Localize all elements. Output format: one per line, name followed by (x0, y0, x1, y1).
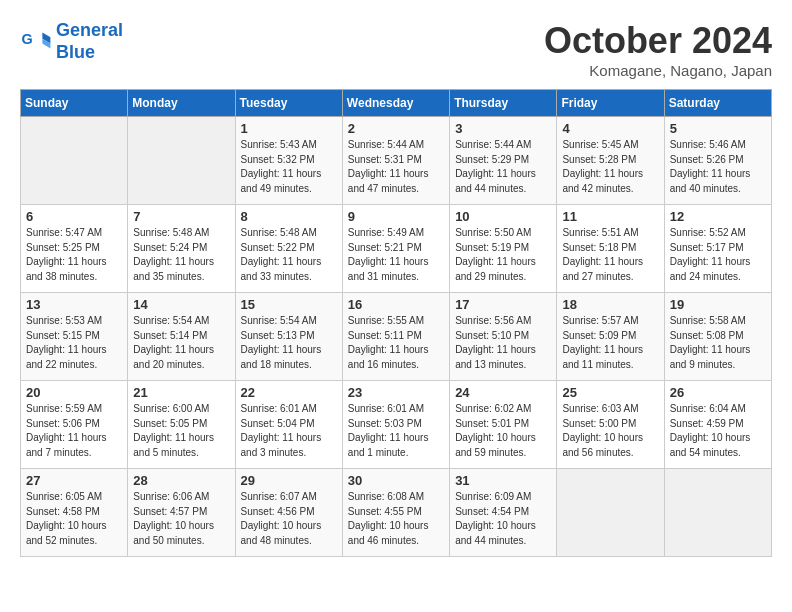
day-content: Sunrise: 6:03 AM Sunset: 5:00 PM Dayligh… (562, 402, 658, 460)
day-number: 23 (348, 385, 444, 400)
calendar-cell: 13Sunrise: 5:53 AM Sunset: 5:15 PM Dayli… (21, 293, 128, 381)
calendar-cell: 9Sunrise: 5:49 AM Sunset: 5:21 PM Daylig… (342, 205, 449, 293)
day-number: 31 (455, 473, 551, 488)
logo-line1: General (56, 20, 123, 40)
day-number: 14 (133, 297, 229, 312)
day-number: 10 (455, 209, 551, 224)
calendar-cell: 4Sunrise: 5:45 AM Sunset: 5:28 PM Daylig… (557, 117, 664, 205)
calendar-cell: 14Sunrise: 5:54 AM Sunset: 5:14 PM Dayli… (128, 293, 235, 381)
column-header-monday: Monday (128, 90, 235, 117)
calendar-cell: 30Sunrise: 6:08 AM Sunset: 4:55 PM Dayli… (342, 469, 449, 557)
day-number: 7 (133, 209, 229, 224)
calendar-cell: 24Sunrise: 6:02 AM Sunset: 5:01 PM Dayli… (450, 381, 557, 469)
calendar-week-4: 20Sunrise: 5:59 AM Sunset: 5:06 PM Dayli… (21, 381, 772, 469)
day-number: 16 (348, 297, 444, 312)
calendar-cell: 27Sunrise: 6:05 AM Sunset: 4:58 PM Dayli… (21, 469, 128, 557)
day-content: Sunrise: 5:49 AM Sunset: 5:21 PM Dayligh… (348, 226, 444, 284)
calendar-header-row: SundayMondayTuesdayWednesdayThursdayFrid… (21, 90, 772, 117)
column-header-saturday: Saturday (664, 90, 771, 117)
calendar-week-5: 27Sunrise: 6:05 AM Sunset: 4:58 PM Dayli… (21, 469, 772, 557)
column-header-thursday: Thursday (450, 90, 557, 117)
month-title: October 2024 (544, 20, 772, 62)
day-number: 1 (241, 121, 337, 136)
column-header-tuesday: Tuesday (235, 90, 342, 117)
calendar-cell (557, 469, 664, 557)
calendar-cell: 28Sunrise: 6:06 AM Sunset: 4:57 PM Dayli… (128, 469, 235, 557)
calendar-cell: 5Sunrise: 5:46 AM Sunset: 5:26 PM Daylig… (664, 117, 771, 205)
day-content: Sunrise: 5:54 AM Sunset: 5:14 PM Dayligh… (133, 314, 229, 372)
day-content: Sunrise: 6:09 AM Sunset: 4:54 PM Dayligh… (455, 490, 551, 548)
day-content: Sunrise: 5:54 AM Sunset: 5:13 PM Dayligh… (241, 314, 337, 372)
day-content: Sunrise: 5:46 AM Sunset: 5:26 PM Dayligh… (670, 138, 766, 196)
calendar-cell: 23Sunrise: 6:01 AM Sunset: 5:03 PM Dayli… (342, 381, 449, 469)
column-header-friday: Friday (557, 90, 664, 117)
calendar-cell: 1Sunrise: 5:43 AM Sunset: 5:32 PM Daylig… (235, 117, 342, 205)
day-number: 15 (241, 297, 337, 312)
day-content: Sunrise: 6:07 AM Sunset: 4:56 PM Dayligh… (241, 490, 337, 548)
page-header: G General Blue October 2024 Komagane, Na… (20, 20, 772, 79)
day-content: Sunrise: 5:59 AM Sunset: 5:06 PM Dayligh… (26, 402, 122, 460)
day-content: Sunrise: 5:47 AM Sunset: 5:25 PM Dayligh… (26, 226, 122, 284)
day-content: Sunrise: 6:01 AM Sunset: 5:03 PM Dayligh… (348, 402, 444, 460)
day-number: 19 (670, 297, 766, 312)
calendar-cell: 10Sunrise: 5:50 AM Sunset: 5:19 PM Dayli… (450, 205, 557, 293)
day-content: Sunrise: 6:08 AM Sunset: 4:55 PM Dayligh… (348, 490, 444, 548)
day-content: Sunrise: 6:00 AM Sunset: 5:05 PM Dayligh… (133, 402, 229, 460)
day-number: 21 (133, 385, 229, 400)
calendar-cell: 18Sunrise: 5:57 AM Sunset: 5:09 PM Dayli… (557, 293, 664, 381)
day-number: 5 (670, 121, 766, 136)
day-content: Sunrise: 5:43 AM Sunset: 5:32 PM Dayligh… (241, 138, 337, 196)
day-number: 4 (562, 121, 658, 136)
calendar-cell: 17Sunrise: 5:56 AM Sunset: 5:10 PM Dayli… (450, 293, 557, 381)
day-content: Sunrise: 5:57 AM Sunset: 5:09 PM Dayligh… (562, 314, 658, 372)
svg-text:G: G (22, 30, 33, 46)
day-number: 8 (241, 209, 337, 224)
calendar-cell: 19Sunrise: 5:58 AM Sunset: 5:08 PM Dayli… (664, 293, 771, 381)
location: Komagane, Nagano, Japan (544, 62, 772, 79)
day-number: 27 (26, 473, 122, 488)
day-number: 6 (26, 209, 122, 224)
calendar-cell: 20Sunrise: 5:59 AM Sunset: 5:06 PM Dayli… (21, 381, 128, 469)
calendar-cell (664, 469, 771, 557)
day-content: Sunrise: 5:48 AM Sunset: 5:24 PM Dayligh… (133, 226, 229, 284)
day-number: 2 (348, 121, 444, 136)
column-header-wednesday: Wednesday (342, 90, 449, 117)
day-number: 11 (562, 209, 658, 224)
calendar-cell: 2Sunrise: 5:44 AM Sunset: 5:31 PM Daylig… (342, 117, 449, 205)
day-number: 24 (455, 385, 551, 400)
calendar-week-1: 1Sunrise: 5:43 AM Sunset: 5:32 PM Daylig… (21, 117, 772, 205)
calendar-cell: 22Sunrise: 6:01 AM Sunset: 5:04 PM Dayli… (235, 381, 342, 469)
calendar-cell: 26Sunrise: 6:04 AM Sunset: 4:59 PM Dayli… (664, 381, 771, 469)
day-content: Sunrise: 5:53 AM Sunset: 5:15 PM Dayligh… (26, 314, 122, 372)
day-content: Sunrise: 5:55 AM Sunset: 5:11 PM Dayligh… (348, 314, 444, 372)
day-content: Sunrise: 5:52 AM Sunset: 5:17 PM Dayligh… (670, 226, 766, 284)
day-number: 20 (26, 385, 122, 400)
day-number: 18 (562, 297, 658, 312)
calendar-cell: 12Sunrise: 5:52 AM Sunset: 5:17 PM Dayli… (664, 205, 771, 293)
day-number: 13 (26, 297, 122, 312)
calendar-cell: 16Sunrise: 5:55 AM Sunset: 5:11 PM Dayli… (342, 293, 449, 381)
day-number: 9 (348, 209, 444, 224)
day-number: 3 (455, 121, 551, 136)
day-content: Sunrise: 5:45 AM Sunset: 5:28 PM Dayligh… (562, 138, 658, 196)
calendar-cell: 11Sunrise: 5:51 AM Sunset: 5:18 PM Dayli… (557, 205, 664, 293)
calendar-cell: 25Sunrise: 6:03 AM Sunset: 5:00 PM Dayli… (557, 381, 664, 469)
day-content: Sunrise: 6:04 AM Sunset: 4:59 PM Dayligh… (670, 402, 766, 460)
calendar-table: SundayMondayTuesdayWednesdayThursdayFrid… (20, 89, 772, 557)
day-content: Sunrise: 6:05 AM Sunset: 4:58 PM Dayligh… (26, 490, 122, 548)
day-content: Sunrise: 5:48 AM Sunset: 5:22 PM Dayligh… (241, 226, 337, 284)
calendar-cell (128, 117, 235, 205)
day-content: Sunrise: 6:01 AM Sunset: 5:04 PM Dayligh… (241, 402, 337, 460)
day-content: Sunrise: 5:56 AM Sunset: 5:10 PM Dayligh… (455, 314, 551, 372)
day-content: Sunrise: 5:58 AM Sunset: 5:08 PM Dayligh… (670, 314, 766, 372)
title-block: October 2024 Komagane, Nagano, Japan (544, 20, 772, 79)
column-header-sunday: Sunday (21, 90, 128, 117)
calendar-week-2: 6Sunrise: 5:47 AM Sunset: 5:25 PM Daylig… (21, 205, 772, 293)
calendar-cell: 7Sunrise: 5:48 AM Sunset: 5:24 PM Daylig… (128, 205, 235, 293)
day-content: Sunrise: 6:02 AM Sunset: 5:01 PM Dayligh… (455, 402, 551, 460)
day-number: 28 (133, 473, 229, 488)
logo-text: General Blue (56, 20, 123, 63)
day-number: 30 (348, 473, 444, 488)
calendar-cell (21, 117, 128, 205)
calendar-cell: 29Sunrise: 6:07 AM Sunset: 4:56 PM Dayli… (235, 469, 342, 557)
